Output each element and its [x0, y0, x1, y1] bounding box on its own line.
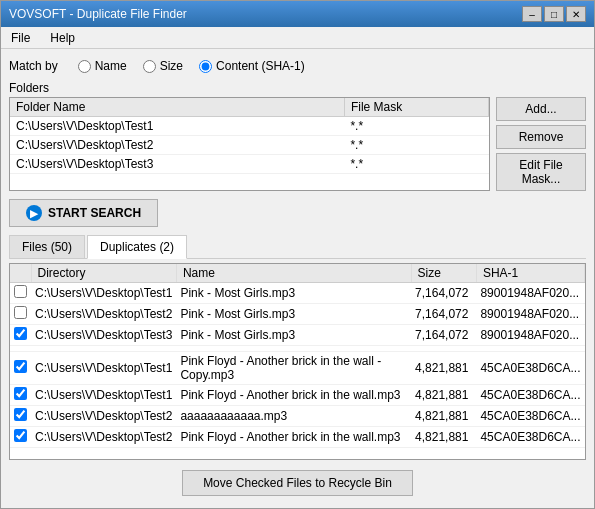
radio-content-input[interactable] — [199, 60, 212, 73]
move-checked-button[interactable]: Move Checked Files to Recycle Bin — [182, 470, 413, 496]
row-sha1: 89001948AF020... — [476, 325, 584, 346]
tabs-row: Files (50) Duplicates (2) — [9, 235, 586, 259]
folders-panel: Folder Name File Mask C:\Users\V\Desktop… — [9, 97, 490, 191]
title-bar: VOVSOFT - Duplicate File Finder – □ ✕ — [1, 1, 594, 27]
row-size: 4,821,881 — [411, 406, 476, 427]
row-size: 7,164,072 — [411, 304, 476, 325]
row-name: Pink Floyd - Another brick in the wall -… — [176, 352, 411, 385]
folder-mask: *.* — [344, 155, 488, 174]
radio-group: Name Size Content (SHA-1) — [78, 59, 305, 73]
radio-size-label: Size — [160, 59, 183, 73]
arrow-icon: ▶ — [26, 205, 42, 221]
radio-content-option[interactable]: Content (SHA-1) — [199, 59, 305, 73]
folder-row[interactable]: C:\Users\V\Desktop\Test2 *.* — [10, 136, 489, 155]
remove-button[interactable]: Remove — [496, 125, 586, 149]
menu-bar: File Help — [1, 27, 594, 49]
close-button[interactable]: ✕ — [566, 6, 586, 22]
menu-help[interactable]: Help — [44, 30, 81, 46]
row-checkbox[interactable] — [14, 360, 27, 373]
folder-mask: *.* — [344, 117, 488, 136]
row-name: Pink Floyd - Another brick in the wall.m… — [176, 427, 411, 448]
row-checkbox-cell[interactable] — [10, 283, 31, 304]
maximize-button[interactable]: □ — [544, 6, 564, 22]
row-sha1: 45CA0E38D6CA... — [476, 385, 584, 406]
radio-name-label: Name — [95, 59, 127, 73]
col-directory: Directory — [31, 264, 176, 283]
results-table: Directory Name Size SHA-1 C:\Users\V\Des… — [10, 264, 585, 448]
row-checkbox-cell[interactable] — [10, 325, 31, 346]
radio-name-input[interactable] — [78, 60, 91, 73]
edit-file-mask-button[interactable]: Edit File Mask... — [496, 153, 586, 191]
row-checkbox-cell[interactable] — [10, 304, 31, 325]
row-checkbox[interactable] — [14, 306, 27, 319]
add-button[interactable]: Add... — [496, 97, 586, 121]
row-size: 4,821,881 — [411, 385, 476, 406]
col-file-mask: File Mask — [344, 98, 488, 117]
folder-row[interactable]: C:\Users\V\Desktop\Test3 *.* — [10, 155, 489, 174]
start-search-button[interactable]: ▶ START SEARCH — [9, 199, 158, 227]
row-name: Pink - Most Girls.mp3 — [176, 304, 411, 325]
radio-size-option[interactable]: Size — [143, 59, 183, 73]
row-size: 7,164,072 — [411, 283, 476, 304]
radio-size-input[interactable] — [143, 60, 156, 73]
row-directory: C:\Users\V\Desktop\Test2 — [31, 406, 176, 427]
row-checkbox-cell[interactable] — [10, 352, 31, 385]
result-row: C:\Users\V\Desktop\Test2 Pink - Most Gir… — [10, 304, 585, 325]
row-checkbox-cell[interactable] — [10, 406, 31, 427]
row-directory: C:\Users\V\Desktop\Test3 — [31, 325, 176, 346]
folders-label: Folders — [9, 81, 586, 95]
col-folder-name: Folder Name — [10, 98, 344, 117]
folder-row[interactable]: C:\Users\V\Desktop\Test1 *.* — [10, 117, 489, 136]
row-directory: C:\Users\V\Desktop\Test2 — [31, 427, 176, 448]
row-size: 7,164,072 — [411, 325, 476, 346]
row-checkbox-cell[interactable] — [10, 385, 31, 406]
window-title: VOVSOFT - Duplicate File Finder — [9, 7, 187, 21]
radio-name-option[interactable]: Name — [78, 59, 127, 73]
row-checkbox[interactable] — [14, 327, 27, 340]
results-panel: Directory Name Size SHA-1 C:\Users\V\Des… — [9, 263, 586, 460]
row-size: 4,821,881 — [411, 427, 476, 448]
tab-duplicates[interactable]: Duplicates (2) — [87, 235, 187, 259]
folder-buttons: Add... Remove Edit File Mask... — [496, 97, 586, 191]
tab-files[interactable]: Files (50) — [9, 235, 85, 258]
row-name: Pink Floyd - Another brick in the wall.m… — [176, 385, 411, 406]
result-row: C:\Users\V\Desktop\Test1 Pink Floyd - An… — [10, 385, 585, 406]
col-checkbox — [10, 264, 31, 283]
result-row: C:\Users\V\Desktop\Test3 Pink - Most Gir… — [10, 325, 585, 346]
row-checkbox-cell[interactable] — [10, 427, 31, 448]
row-checkbox[interactable] — [14, 387, 27, 400]
main-window: VOVSOFT - Duplicate File Finder – □ ✕ Fi… — [0, 0, 595, 509]
col-name: Name — [176, 264, 411, 283]
window-controls: – □ ✕ — [522, 6, 586, 22]
bottom-bar: Move Checked Files to Recycle Bin — [9, 464, 586, 502]
row-sha1: 89001948AF020... — [476, 283, 584, 304]
row-directory: C:\Users\V\Desktop\Test2 — [31, 304, 176, 325]
results-table-wrapper: Directory Name Size SHA-1 C:\Users\V\Des… — [10, 264, 585, 459]
row-checkbox[interactable] — [14, 408, 27, 421]
minimize-button[interactable]: – — [522, 6, 542, 22]
row-directory: C:\Users\V\Desktop\Test1 — [31, 385, 176, 406]
menu-file[interactable]: File — [5, 30, 36, 46]
col-sha1: SHA-1 — [476, 264, 584, 283]
row-directory: C:\Users\V\Desktop\Test1 — [31, 283, 176, 304]
row-checkbox[interactable] — [14, 429, 27, 442]
row-name: Pink - Most Girls.mp3 — [176, 283, 411, 304]
folder-path: C:\Users\V\Desktop\Test2 — [10, 136, 344, 155]
row-sha1: 89001948AF020... — [476, 304, 584, 325]
folders-table: Folder Name File Mask C:\Users\V\Desktop… — [10, 98, 489, 174]
row-sha1: 45CA0E38D6CA... — [476, 427, 584, 448]
folders-container: Folder Name File Mask C:\Users\V\Desktop… — [9, 97, 586, 191]
folder-path: C:\Users\V\Desktop\Test3 — [10, 155, 344, 174]
result-row: C:\Users\V\Desktop\Test2 Pink Floyd - An… — [10, 427, 585, 448]
result-row: C:\Users\V\Desktop\Test1 Pink - Most Gir… — [10, 283, 585, 304]
start-search-label: START SEARCH — [48, 206, 141, 220]
radio-content-label: Content (SHA-1) — [216, 59, 305, 73]
folder-path: C:\Users\V\Desktop\Test1 — [10, 117, 344, 136]
start-search-row: ▶ START SEARCH — [9, 195, 586, 231]
folders-section: Folders Folder Name File Mask C:\Users\V… — [9, 81, 586, 191]
row-name: Pink - Most Girls.mp3 — [176, 325, 411, 346]
row-sha1: 45CA0E38D6CA... — [476, 352, 584, 385]
row-checkbox[interactable] — [14, 285, 27, 298]
row-sha1: 45CA0E38D6CA... — [476, 406, 584, 427]
match-by-section: Match by Name Size Content (SHA-1) — [9, 55, 586, 77]
